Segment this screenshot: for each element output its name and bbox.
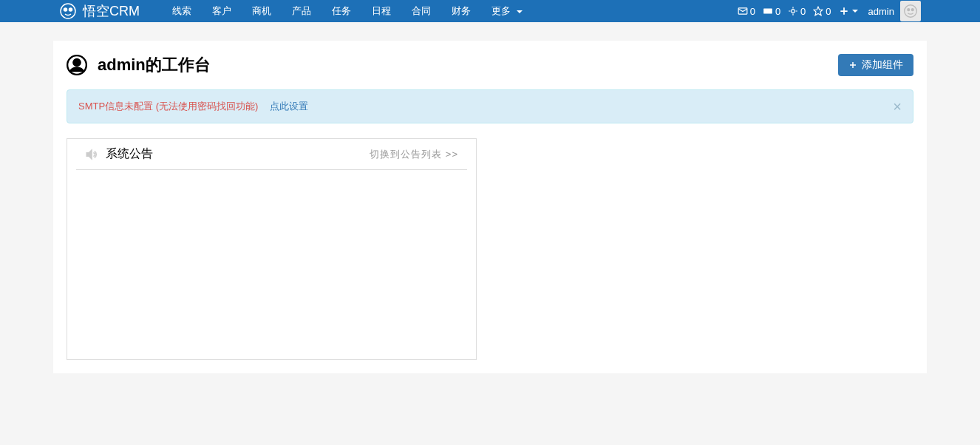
announcement-widget: 系统公告 切换到公告列表 >> [67, 138, 477, 360]
nav-products[interactable]: 产品 [282, 0, 321, 22]
stat-mail[interactable]: 0 [738, 6, 755, 17]
svg-point-13 [73, 59, 80, 66]
svg-point-7 [792, 10, 795, 13]
top-navbar: 悟空CRM 线索 客户 商机 产品 任务 日程 合同 财务 更多 0 0 0 0 [0, 0, 980, 22]
alert-content: SMTP信息未配置 (无法使用密码找回功能) 点此设置 [78, 100, 308, 113]
username-label[interactable]: admin [868, 6, 894, 17]
nav-more[interactable]: 更多 [481, 0, 533, 22]
page-title: admin的工作台 [98, 54, 211, 76]
brand-name: 悟空CRM [83, 2, 140, 20]
alert-close-button[interactable]: × [893, 99, 902, 114]
quick-add-menu[interactable] [839, 6, 858, 16]
svg-point-3 [65, 9, 67, 10]
svg-point-9 [905, 5, 917, 18]
main-nav: 线索 客户 商机 产品 任务 日程 合同 财务 更多 [162, 0, 738, 22]
brand[interactable]: 悟空CRM [59, 2, 140, 20]
widget-title: 系统公告 [106, 146, 153, 162]
svg-point-4 [70, 9, 72, 10]
navbar-right: 0 0 0 0 admin [738, 1, 921, 21]
nav-customers[interactable]: 客户 [202, 0, 242, 22]
widget-header: 系统公告 切换到公告列表 >> [76, 139, 467, 170]
stat-approval[interactable]: 0 [788, 6, 806, 17]
star-icon [813, 6, 823, 16]
caret-down-icon [852, 10, 858, 13]
envelope-icon [738, 6, 748, 16]
svg-point-11 [911, 9, 913, 11]
monkey-logo-icon [59, 2, 77, 20]
widget-switch-link[interactable]: 切换到公告列表 >> [370, 148, 458, 161]
svg-point-10 [908, 9, 910, 11]
plus-icon [839, 6, 849, 16]
svg-rect-6 [763, 9, 772, 14]
nav-schedule[interactable]: 日程 [361, 0, 401, 22]
add-widget-button[interactable]: 添加组件 [838, 54, 913, 76]
alert-settings-link[interactable]: 点此设置 [270, 100, 308, 113]
stat-card[interactable]: 0 [763, 6, 780, 17]
user-circle-icon [67, 55, 87, 75]
card-icon [763, 6, 773, 16]
page-header: admin的工作台 添加组件 [67, 54, 913, 76]
nav-tasks[interactable]: 任务 [321, 0, 361, 22]
plus-icon [848, 61, 857, 69]
smtp-alert: SMTP信息未配置 (无法使用密码找回功能) 点此设置 × [67, 89, 913, 123]
nav-contracts[interactable]: 合同 [401, 0, 441, 22]
widget-header-left: 系统公告 [85, 146, 153, 162]
caret-down-icon [517, 10, 523, 13]
approval-icon [788, 6, 798, 16]
nav-opportunities[interactable]: 商机 [242, 0, 282, 22]
alert-warning-text: SMTP信息未配置 (无法使用密码找回功能) [78, 100, 258, 113]
svg-marker-8 [814, 7, 823, 16]
nav-leads[interactable]: 线索 [162, 0, 202, 22]
page-title-wrap: admin的工作台 [67, 54, 211, 76]
svg-point-0 [61, 4, 75, 18]
monkey-avatar-icon [902, 3, 919, 19]
stat-star[interactable]: 0 [813, 6, 831, 17]
user-avatar[interactable] [900, 1, 921, 21]
speaker-icon [85, 148, 98, 161]
nav-finance[interactable]: 财务 [441, 0, 481, 22]
main-container: admin的工作台 添加组件 SMTP信息未配置 (无法使用密码找回功能) 点此… [53, 41, 927, 373]
